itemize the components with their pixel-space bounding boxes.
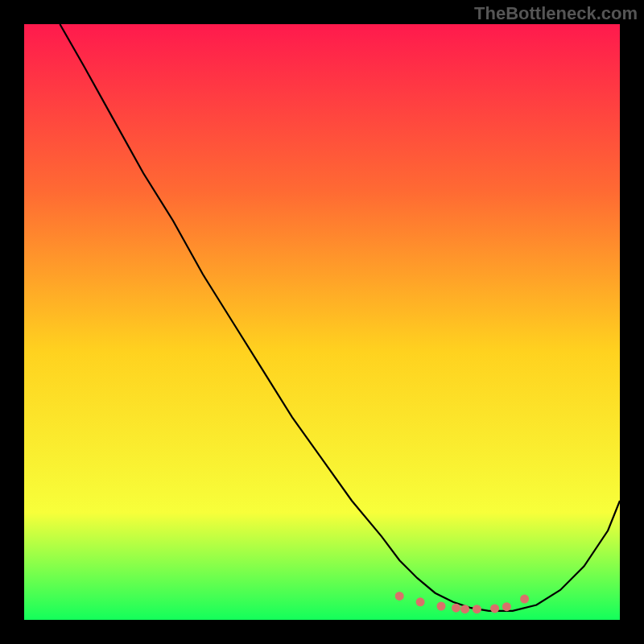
optimal-marker [473, 605, 481, 613]
optimal-marker [502, 602, 511, 611]
chart-container: TheBottleneck.com [0, 0, 644, 644]
chart-svg [24, 24, 620, 620]
optimal-marker [395, 592, 404, 601]
optimal-marker [452, 604, 460, 613]
optimal-marker [490, 604, 499, 613]
optimal-marker [416, 597, 425, 606]
optimal-marker [520, 595, 529, 604]
plot-area [24, 24, 620, 620]
gradient-background [24, 24, 620, 620]
optimal-marker [460, 605, 469, 613]
optimal-marker [437, 602, 446, 611]
watermark-text: TheBottleneck.com [474, 3, 638, 24]
